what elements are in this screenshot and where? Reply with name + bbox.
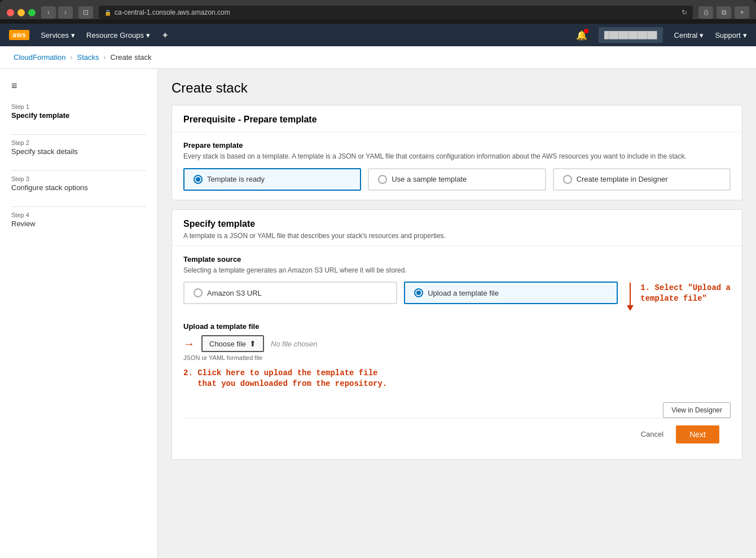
choose-file-label: Choose file <box>209 340 246 348</box>
upload-label: Upload a template file <box>183 322 731 331</box>
no-file-text: No file chosen <box>271 340 317 348</box>
new-tab-button[interactable]: + <box>735 6 749 19</box>
source-options-wrapper: Amazon S3 URL Upload a template file <box>183 282 618 313</box>
services-nav-item[interactable]: Services ▾ <box>41 31 75 39</box>
sidebar-step-4: Step 4 Review <box>11 212 146 228</box>
services-label: Services <box>41 31 69 39</box>
upload-icon: ⬆ <box>249 339 256 348</box>
template-source-desc: Selecting a template generates an Amazon… <box>183 266 731 275</box>
minimize-button[interactable] <box>17 9 25 16</box>
step-3-label: Step 3 <box>11 175 146 182</box>
view-designer-container: View in Designer <box>183 398 731 418</box>
sidebar-step-3: Step 3 Configure stack options <box>11 175 146 192</box>
breadcrumb-cloudformation[interactable]: CloudFormation <box>14 53 66 61</box>
upload-hint: JSON or YAML formatted file <box>183 354 731 361</box>
specify-template-title: Specify template <box>183 219 731 229</box>
template-source-label: Template source <box>183 255 731 263</box>
step-divider-1 <box>11 134 146 135</box>
address-bar[interactable]: 🔒 ca-central-1.console.aws.amazon.com ↻ <box>99 6 693 19</box>
step-3-title[interactable]: Configure stack options <box>11 183 146 192</box>
annotation-1: 1. Select "Upload a template file" <box>627 282 731 311</box>
main-container: ≡ Step 1 Specify template Step 2 Specify… <box>0 69 756 558</box>
aws-topnav: aws Services ▾ Resource Groups ▾ ✦ 🔔 ███… <box>0 24 756 46</box>
sidebar-step-1: Step 1 Specify template <box>11 103 146 120</box>
region-selector[interactable]: Central ▾ <box>674 31 704 39</box>
forward-button[interactable]: › <box>58 6 73 19</box>
upload-file-label: Upload a template file <box>428 289 499 297</box>
specify-template-panel: Specify template A template is a JSON or… <box>172 209 742 460</box>
share-button[interactable]: ⎙ <box>698 6 713 19</box>
cancel-button[interactable]: Cancel <box>635 427 669 442</box>
step-4-label: Step 4 <box>11 212 146 218</box>
next-button[interactable]: Next <box>676 425 719 443</box>
specify-template-header: Specify template A template is a JSON or… <box>172 210 742 246</box>
support-menu[interactable]: Support ▾ <box>715 31 747 39</box>
step-2-label: Step 2 <box>11 139 146 146</box>
template-ready-radio[interactable] <box>194 175 203 184</box>
view-in-designer-button[interactable]: View in Designer <box>663 402 731 418</box>
region-chevron: ▾ <box>700 31 704 39</box>
traffic-lights <box>7 9 36 16</box>
step-4-title[interactable]: Review <box>11 219 146 228</box>
annotation-1-text: 1. Select "Upload a template file" <box>640 283 731 303</box>
upload-section: Upload a template file → Choose file ⬆ N… <box>183 322 731 361</box>
breadcrumb-sep-1: › <box>71 54 73 61</box>
upload-file-radio[interactable] <box>414 288 423 297</box>
prepare-template-desc: Every stack is based on a template. A te… <box>183 152 731 161</box>
annotation-2-container: 2. Click here to upload the template fil… <box>183 368 731 388</box>
close-button[interactable] <box>7 9 14 16</box>
services-chevron: ▾ <box>71 31 75 39</box>
designer-template-label: Create template in Designer <box>577 175 668 183</box>
template-ready-label: Template is ready <box>207 175 265 183</box>
back-button[interactable]: ‹ <box>41 6 56 19</box>
prerequisite-panel-header: Prerequisite - Prepare template <box>172 106 742 132</box>
copy-button[interactable]: ⧉ <box>717 6 731 19</box>
source-options: Amazon S3 URL Upload a template file <box>183 282 618 304</box>
prerequisite-panel: Prerequisite - Prepare template Prepare … <box>172 105 742 200</box>
url-text: ca-central-1.console.aws.amazon.com <box>115 8 230 16</box>
step-1-label: Step 1 <box>11 103 146 110</box>
designer-template-option[interactable]: Create template in Designer <box>553 168 731 191</box>
browser-chrome: ‹ › ⊡ 🔒 ca-central-1.console.aws.amazon.… <box>0 0 756 19</box>
sample-template-radio[interactable] <box>378 175 387 184</box>
fullscreen-button[interactable] <box>28 9 36 16</box>
resource-groups-chevron: ▾ <box>146 31 150 39</box>
notification-dot <box>584 29 588 33</box>
resource-groups-label: Resource Groups <box>86 31 144 39</box>
hamburger-icon[interactable]: ≡ <box>11 80 146 92</box>
support-label: Support <box>715 31 741 39</box>
s3-url-label: Amazon S3 URL <box>207 289 262 297</box>
breadcrumb-stacks[interactable]: Stacks <box>77 53 99 61</box>
aws-logo-box: aws <box>9 30 29 40</box>
template-ready-option[interactable]: Template is ready <box>183 168 361 191</box>
prerequisite-panel-title: Prerequisite - Prepare template <box>183 115 731 125</box>
page-title: Create stack <box>172 80 742 96</box>
designer-template-radio[interactable] <box>563 175 572 184</box>
sample-template-label: Use a sample template <box>392 175 467 183</box>
breadcrumb-current: Create stack <box>111 53 152 61</box>
s3-url-option[interactable]: Amazon S3 URL <box>183 282 397 304</box>
annotation-1-container: Amazon S3 URL Upload a template file <box>183 282 731 313</box>
upload-file-option[interactable]: Upload a template file <box>404 282 618 304</box>
specify-template-body: Template source Selecting a template gen… <box>172 246 742 459</box>
upload-row: → Choose file ⬆ No file chosen <box>183 335 731 352</box>
annotation-2-text: 2. Click here to upload the template fil… <box>183 368 731 388</box>
s3-url-radio[interactable] <box>194 288 203 297</box>
user-menu-button[interactable]: ███████████ <box>599 27 663 43</box>
step-2-title[interactable]: Specify stack details <box>11 147 146 156</box>
tab-button[interactable]: ⊡ <box>78 6 93 19</box>
annotation-arrow-line <box>627 283 634 311</box>
step-1-title[interactable]: Specify template <box>11 111 146 120</box>
sample-template-option[interactable]: Use a sample template <box>368 168 546 191</box>
choose-file-button[interactable]: Choose file ⬆ <box>201 335 264 352</box>
footer-actions: Cancel Next <box>183 418 731 450</box>
reload-icon[interactable]: ↻ <box>682 8 687 16</box>
breadcrumb-sep-2: › <box>104 54 106 61</box>
region-label: Central <box>674 31 698 39</box>
aws-logo[interactable]: aws <box>9 30 29 40</box>
notifications-button[interactable]: 🔔 <box>576 30 587 41</box>
annotation-arrow-right: → <box>183 337 195 350</box>
content-area: Create stack Prerequisite - Prepare temp… <box>158 69 756 558</box>
pin-icon[interactable]: ✦ <box>161 30 169 41</box>
resource-groups-nav-item[interactable]: Resource Groups ▾ <box>86 31 150 39</box>
